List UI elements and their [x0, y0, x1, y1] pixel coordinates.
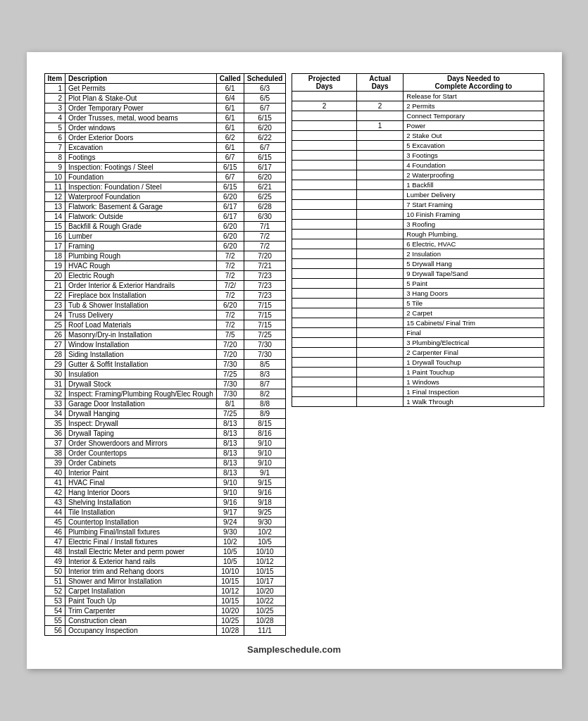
table-row: 2 Stake Out: [292, 131, 544, 141]
table-cell: 8/16: [244, 429, 286, 439]
table-cell: 28: [44, 350, 65, 360]
table-cell: [292, 328, 357, 338]
table-cell: [356, 249, 403, 259]
table-row: 49Interior & Exterior hand rails10/510/1…: [44, 557, 286, 567]
table-cell: 2: [292, 101, 357, 111]
table-row: 15 Cabinets/ Final Trim: [292, 318, 544, 328]
table-cell: 6/7: [216, 153, 244, 163]
table-cell: Shelving Installation: [65, 498, 217, 508]
table-cell: 10/10: [216, 567, 244, 577]
table-cell: Rough Plumbing,: [404, 230, 544, 239]
table-cell: 3 Plumbing/Electrical: [404, 338, 544, 348]
table-cell: Tile Installation: [65, 508, 217, 518]
table-cell: Footings: [65, 153, 217, 163]
col-called: Called: [216, 74, 244, 84]
table-cell: [292, 121, 357, 131]
table-cell: 6/22: [244, 133, 286, 143]
table-cell: 1 Windows: [404, 377, 544, 387]
table-cell: 6/15: [244, 153, 286, 163]
table-cell: 7 Start Framing: [404, 200, 544, 210]
table-cell: Fireplace box Installation: [65, 291, 217, 301]
table-cell: 10/15: [216, 577, 244, 587]
table-cell: 9/10: [244, 449, 286, 458]
table-cell: 38: [44, 449, 65, 458]
table-row: 5 Tile: [292, 299, 544, 308]
table-row: 37Order Showerdoors and Mirrors8/139/10: [44, 439, 286, 449]
table-row: 7Excavation6/16/7: [44, 143, 286, 153]
table-cell: 8/13: [216, 449, 244, 458]
table-cell: 10/12: [216, 587, 244, 596]
table-cell: 7/15: [244, 320, 286, 330]
table-cell: Tub & Shower Installation: [65, 301, 217, 311]
table-cell: 7/20: [216, 340, 244, 350]
table-cell: 9/17: [216, 508, 244, 518]
table-cell: 42: [44, 488, 65, 498]
table-cell: [356, 397, 403, 407]
table-cell: 51: [44, 577, 65, 587]
table-cell: [292, 377, 357, 387]
table-cell: 7/2: [216, 261, 244, 271]
table-row: 1Get Permits6/16/3: [44, 84, 286, 94]
table-cell: Order Showerdoors and Mirrors: [65, 439, 217, 449]
table-cell: Masonry/Dry-in Installation: [65, 330, 217, 340]
table-cell: 10/25: [244, 606, 286, 616]
table-row: 2 Insulation: [292, 249, 544, 259]
table-cell: 10/25: [216, 616, 244, 626]
table-cell: [356, 368, 403, 377]
table-cell: 41: [44, 478, 65, 488]
table-cell: Order Countertops: [65, 449, 217, 458]
table-cell: 1 Backfill: [404, 180, 544, 190]
table-cell: 6/1: [216, 113, 244, 123]
table-row: 39Order Cabinets8/139/10: [44, 458, 286, 468]
table-row: 47Electric Final / Install fixtures10/21…: [44, 537, 286, 547]
table-cell: 7/25: [244, 330, 286, 340]
table-cell: 7/25: [216, 409, 244, 419]
table-row: 9 Drywall Tape/Sand: [292, 269, 544, 279]
table-row: 1 Drywall Touchup: [292, 358, 544, 368]
table-cell: [356, 299, 403, 308]
table-cell: [356, 279, 403, 289]
table-cell: [356, 131, 403, 141]
table-cell: 6/1: [216, 143, 244, 153]
table-cell: [292, 308, 357, 318]
table-row: 33Garage Door Installation8/18/8: [44, 399, 286, 409]
table-row: 44Tile Installation9/179/25: [44, 508, 286, 518]
table-cell: 9/10: [216, 488, 244, 498]
table-cell: 3: [44, 104, 65, 113]
table-row: 2Plot Plan & Stake-Out6/46/5: [44, 94, 286, 104]
table-cell: [292, 299, 357, 308]
table-cell: [356, 151, 403, 161]
table-cell: [292, 259, 357, 269]
table-cell: 10/20: [216, 606, 244, 616]
table-cell: 6/20: [216, 301, 244, 311]
table-cell: [356, 190, 403, 200]
table-cell: Roof Load Materials: [65, 320, 217, 330]
table-cell: 11: [44, 182, 65, 192]
table-cell: [356, 111, 403, 121]
table-cell: [292, 210, 357, 220]
table-cell: 6/17: [216, 202, 244, 212]
table-cell: [356, 308, 403, 318]
table-row: 55Construction clean10/2510/28: [44, 616, 286, 626]
table-cell: 2 Permits: [404, 101, 544, 111]
table-cell: 6/15: [216, 163, 244, 173]
table-cell: 49: [44, 557, 65, 567]
table-cell: [356, 387, 403, 397]
table-cell: 10/22: [244, 596, 286, 606]
table-row: 52Carpet Installation10/1210/20: [44, 587, 286, 596]
table-cell: 7/20: [216, 350, 244, 360]
table-cell: Insulation: [65, 370, 217, 380]
table-cell: 7/23: [244, 291, 286, 301]
table-cell: Garage Door Installation: [65, 399, 217, 409]
table-row: 27Window Installation7/207/30: [44, 340, 286, 350]
table-cell: 10/20: [244, 587, 286, 596]
table-cell: [356, 358, 403, 368]
table-cell: 33: [44, 399, 65, 409]
table-cell: 27: [44, 340, 65, 350]
table-cell: Truss Delivery: [65, 311, 217, 320]
table-cell: Waterproof Foundation: [65, 192, 217, 202]
table-cell: 9/10: [244, 439, 286, 449]
table-cell: 10/12: [244, 557, 286, 567]
table-cell: [356, 289, 403, 299]
table-cell: [292, 368, 357, 377]
